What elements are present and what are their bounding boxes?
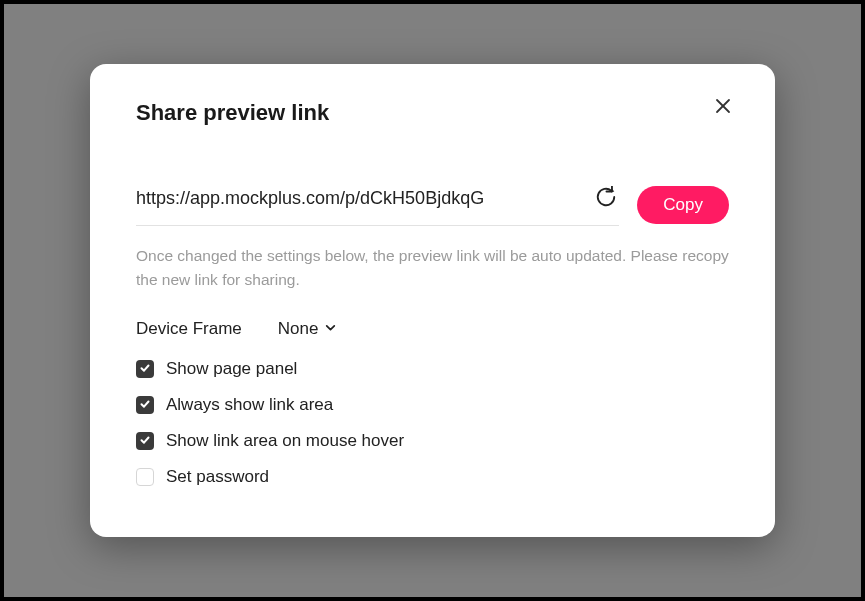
share-preview-modal: Share preview link — [90, 64, 775, 537]
settings-section: Device Frame None — [136, 319, 729, 487]
device-frame-row: Device Frame None — [136, 319, 729, 339]
link-row: Copy — [136, 184, 729, 226]
modal-backdrop: Share preview link — [4, 4, 861, 597]
modal-header: Share preview link — [136, 100, 729, 126]
link-input-wrap — [136, 184, 619, 226]
option-always-show-link-area[interactable]: Always show link area — [136, 395, 729, 415]
close-icon — [713, 96, 733, 119]
option-set-password[interactable]: Set password — [136, 467, 729, 487]
help-text: Once changed the settings below, the pre… — [136, 244, 729, 291]
option-show-page-panel[interactable]: Show page panel — [136, 359, 729, 379]
device-frame-label: Device Frame — [136, 319, 242, 339]
option-label-show-page-panel: Show page panel — [166, 359, 297, 379]
copy-button[interactable]: Copy — [637, 186, 729, 224]
preview-link-input[interactable] — [136, 188, 581, 209]
option-label-always-show-link-area: Always show link area — [166, 395, 333, 415]
check-icon — [139, 432, 151, 450]
refresh-icon — [595, 186, 617, 211]
checkbox-always-show-link-area — [136, 396, 154, 414]
refresh-link-button[interactable] — [593, 184, 619, 213]
modal-title: Share preview link — [136, 100, 329, 126]
device-frame-select[interactable]: None — [278, 319, 338, 339]
close-button[interactable] — [711, 94, 735, 121]
checkbox-set-password — [136, 468, 154, 486]
checkbox-show-page-panel — [136, 360, 154, 378]
check-icon — [139, 396, 151, 414]
device-frame-selected-value: None — [278, 319, 319, 339]
chevron-down-icon — [324, 319, 337, 339]
option-show-link-area-hover[interactable]: Show link area on mouse hover — [136, 431, 729, 451]
option-label-set-password: Set password — [166, 467, 269, 487]
option-label-show-link-area-hover: Show link area on mouse hover — [166, 431, 404, 451]
checkbox-show-link-area-hover — [136, 432, 154, 450]
check-icon — [139, 360, 151, 378]
